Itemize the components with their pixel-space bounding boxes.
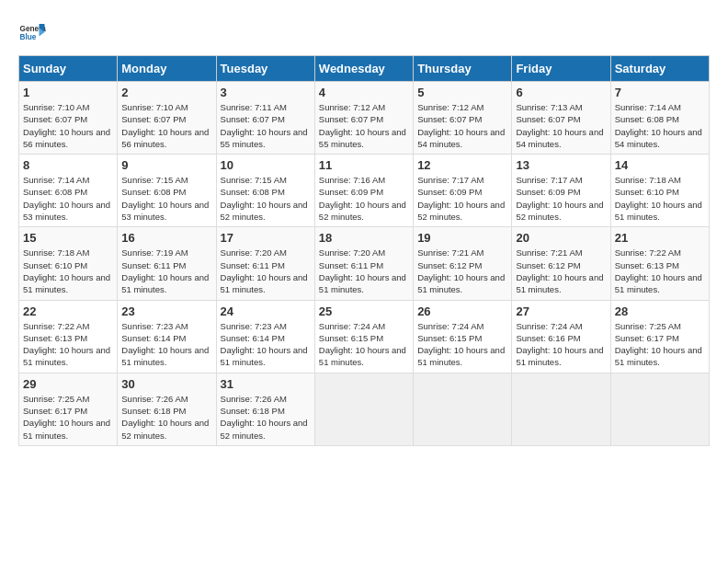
calendar-cell xyxy=(414,373,512,445)
weekday-header: Monday xyxy=(118,56,216,82)
logo: General Blue xyxy=(18,18,46,46)
daylight-label: Daylight: 10 hours and 52 minutes. xyxy=(121,418,209,440)
sunrise-label: Sunrise: 7:14 AM xyxy=(615,102,681,112)
sunrise-label: Sunrise: 7:26 AM xyxy=(121,394,188,404)
daylight-label: Daylight: 10 hours and 51 minutes. xyxy=(121,272,209,294)
calendar-cell: 5 Sunrise: 7:12 AM Sunset: 6:07 PM Dayli… xyxy=(414,82,512,155)
day-number: 16 xyxy=(121,231,211,245)
sunset-label: Sunset: 6:12 PM xyxy=(417,260,482,270)
daylight-label: Daylight: 10 hours and 51 minutes. xyxy=(516,272,603,294)
daylight-label: Daylight: 10 hours and 51 minutes. xyxy=(417,272,505,294)
weekday-row: SundayMondayTuesdayWednesdayThursdayFrid… xyxy=(19,56,710,82)
daylight-label: Daylight: 10 hours and 51 minutes. xyxy=(615,200,702,222)
sunset-label: Sunset: 6:08 PM xyxy=(121,187,186,197)
calendar-cell: 27 Sunrise: 7:24 AM Sunset: 6:16 PM Dayl… xyxy=(512,300,610,373)
calendar-cell: 17 Sunrise: 7:20 AM Sunset: 6:11 PM Dayl… xyxy=(216,227,314,300)
day-info: Sunrise: 7:15 AM Sunset: 6:08 PM Dayligh… xyxy=(221,174,311,223)
calendar-cell: 26 Sunrise: 7:24 AM Sunset: 6:15 PM Dayl… xyxy=(414,300,512,373)
calendar-cell: 18 Sunrise: 7:20 AM Sunset: 6:11 PM Dayl… xyxy=(314,227,413,300)
calendar-cell: 7 Sunrise: 7:14 AM Sunset: 6:08 PM Dayli… xyxy=(610,82,709,155)
daylight-label: Daylight: 10 hours and 51 minutes. xyxy=(23,272,110,294)
sunset-label: Sunset: 6:12 PM xyxy=(516,260,580,270)
calendar-cell: 25 Sunrise: 7:24 AM Sunset: 6:15 PM Dayl… xyxy=(314,300,413,373)
day-number: 7 xyxy=(615,86,705,99)
calendar: SundayMondayTuesdayWednesdayThursdayFrid… xyxy=(18,55,710,446)
sunset-label: Sunset: 6:11 PM xyxy=(221,260,285,270)
sunrise-label: Sunrise: 7:23 AM xyxy=(121,321,188,331)
calendar-cell: 12 Sunrise: 7:17 AM Sunset: 6:09 PM Dayl… xyxy=(414,155,512,227)
daylight-label: Daylight: 10 hours and 53 minutes. xyxy=(23,200,110,222)
daylight-label: Daylight: 10 hours and 55 minutes. xyxy=(221,127,308,149)
sunrise-label: Sunrise: 7:17 AM xyxy=(417,175,483,185)
calendar-cell: 15 Sunrise: 7:18 AM Sunset: 6:10 PM Dayl… xyxy=(19,227,118,300)
calendar-cell: 14 Sunrise: 7:18 AM Sunset: 6:10 PM Dayl… xyxy=(610,155,709,227)
sunset-label: Sunset: 6:09 PM xyxy=(516,187,580,197)
day-info: Sunrise: 7:26 AM Sunset: 6:18 PM Dayligh… xyxy=(121,393,211,442)
day-info: Sunrise: 7:20 AM Sunset: 6:11 PM Dayligh… xyxy=(319,247,409,295)
day-number: 10 xyxy=(221,158,311,172)
sunset-label: Sunset: 6:13 PM xyxy=(615,260,679,270)
sunset-label: Sunset: 6:16 PM xyxy=(516,333,580,343)
day-number: 14 xyxy=(615,158,705,172)
daylight-label: Daylight: 10 hours and 51 minutes. xyxy=(121,345,209,367)
day-info: Sunrise: 7:18 AM Sunset: 6:10 PM Dayligh… xyxy=(615,174,705,223)
sunset-label: Sunset: 6:07 PM xyxy=(417,114,482,124)
sunset-label: Sunset: 6:07 PM xyxy=(121,114,186,124)
sunrise-label: Sunrise: 7:23 AM xyxy=(221,321,287,331)
daylight-label: Daylight: 10 hours and 52 minutes. xyxy=(516,200,603,222)
daylight-label: Daylight: 10 hours and 51 minutes. xyxy=(23,345,110,367)
daylight-label: Daylight: 10 hours and 56 minutes. xyxy=(23,127,110,149)
day-info: Sunrise: 7:19 AM Sunset: 6:11 PM Dayligh… xyxy=(121,247,211,295)
day-number: 1 xyxy=(23,86,113,99)
sunset-label: Sunset: 6:18 PM xyxy=(221,406,285,416)
sunset-label: Sunset: 6:11 PM xyxy=(319,260,383,270)
daylight-label: Daylight: 10 hours and 51 minutes. xyxy=(615,272,702,294)
calendar-week: 22 Sunrise: 7:22 AM Sunset: 6:13 PM Dayl… xyxy=(19,300,710,373)
day-info: Sunrise: 7:12 AM Sunset: 6:07 PM Dayligh… xyxy=(319,101,409,150)
calendar-cell: 6 Sunrise: 7:13 AM Sunset: 6:07 PM Dayli… xyxy=(512,82,610,155)
sunset-label: Sunset: 6:18 PM xyxy=(121,406,186,416)
day-number: 17 xyxy=(221,231,311,245)
day-number: 27 xyxy=(516,304,606,318)
sunrise-label: Sunrise: 7:20 AM xyxy=(319,247,385,258)
day-info: Sunrise: 7:10 AM Sunset: 6:07 PM Dayligh… xyxy=(121,101,211,150)
sunset-label: Sunset: 6:10 PM xyxy=(615,187,679,197)
sunrise-label: Sunrise: 7:12 AM xyxy=(319,102,385,112)
day-number: 12 xyxy=(417,158,507,172)
day-info: Sunrise: 7:17 AM Sunset: 6:09 PM Dayligh… xyxy=(417,174,507,223)
sunrise-label: Sunrise: 7:21 AM xyxy=(417,247,483,258)
day-info: Sunrise: 7:13 AM Sunset: 6:07 PM Dayligh… xyxy=(516,101,606,150)
sunrise-label: Sunrise: 7:25 AM xyxy=(23,394,89,404)
day-info: Sunrise: 7:21 AM Sunset: 6:12 PM Dayligh… xyxy=(417,247,507,295)
sunrise-label: Sunrise: 7:18 AM xyxy=(615,175,681,185)
sunset-label: Sunset: 6:17 PM xyxy=(615,333,679,343)
weekday-header: Wednesday xyxy=(314,56,413,82)
day-number: 3 xyxy=(221,86,311,99)
calendar-cell: 21 Sunrise: 7:22 AM Sunset: 6:13 PM Dayl… xyxy=(610,227,709,300)
sunrise-label: Sunrise: 7:12 AM xyxy=(417,102,483,112)
day-info: Sunrise: 7:24 AM Sunset: 6:15 PM Dayligh… xyxy=(417,320,507,369)
calendar-cell xyxy=(314,373,413,445)
day-info: Sunrise: 7:10 AM Sunset: 6:07 PM Dayligh… xyxy=(23,101,113,150)
day-info: Sunrise: 7:25 AM Sunset: 6:17 PM Dayligh… xyxy=(615,320,705,369)
sunset-label: Sunset: 6:08 PM xyxy=(221,187,285,197)
sunrise-label: Sunrise: 7:18 AM xyxy=(23,247,89,258)
calendar-cell: 11 Sunrise: 7:16 AM Sunset: 6:09 PM Dayl… xyxy=(314,155,413,227)
calendar-week: 15 Sunrise: 7:18 AM Sunset: 6:10 PM Dayl… xyxy=(19,227,710,300)
sunrise-label: Sunrise: 7:21 AM xyxy=(516,247,582,258)
sunset-label: Sunset: 6:17 PM xyxy=(23,406,87,416)
sunrise-label: Sunrise: 7:24 AM xyxy=(319,321,385,331)
sunrise-label: Sunrise: 7:11 AM xyxy=(221,102,287,112)
day-info: Sunrise: 7:14 AM Sunset: 6:08 PM Dayligh… xyxy=(23,174,113,223)
header: General Blue xyxy=(18,18,710,46)
daylight-label: Daylight: 10 hours and 54 minutes. xyxy=(516,127,603,149)
sunset-label: Sunset: 6:07 PM xyxy=(221,114,285,124)
sunrise-label: Sunrise: 7:14 AM xyxy=(23,175,89,185)
day-number: 6 xyxy=(516,86,606,99)
calendar-cell: 30 Sunrise: 7:26 AM Sunset: 6:18 PM Dayl… xyxy=(118,373,216,445)
logo-icon: General Blue xyxy=(18,18,46,46)
daylight-label: Daylight: 10 hours and 55 minutes. xyxy=(319,127,406,149)
sunset-label: Sunset: 6:09 PM xyxy=(319,187,383,197)
day-number: 23 xyxy=(121,304,211,318)
sunrise-label: Sunrise: 7:24 AM xyxy=(516,321,582,331)
